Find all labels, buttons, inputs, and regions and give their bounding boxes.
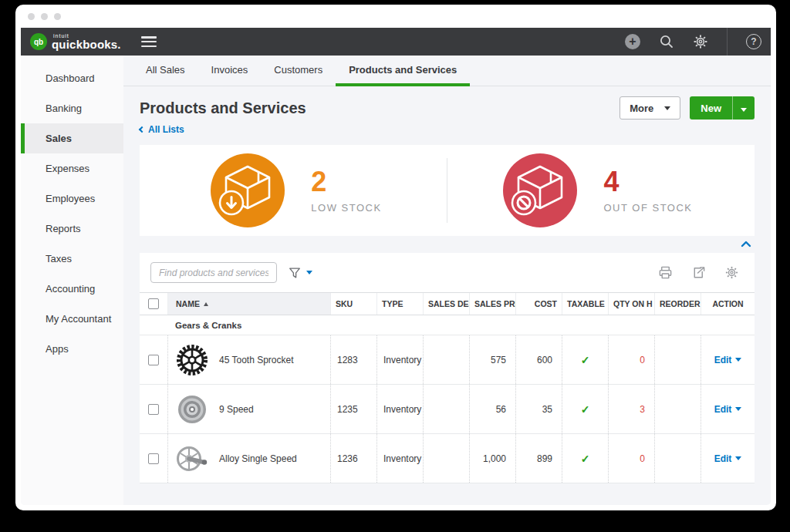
column-header-action[interactable]: ACTION bbox=[701, 293, 755, 315]
quickbooks-app: qb intuit quickbooks. + bbox=[21, 28, 771, 505]
sidebar-item-sales[interactable]: Sales bbox=[21, 123, 123, 153]
hamburger-menu-icon[interactable] bbox=[141, 36, 157, 47]
edit-button[interactable]: Edit bbox=[714, 404, 742, 415]
column-header-qty-on-hand[interactable]: QTY ON H bbox=[608, 293, 654, 315]
cell-type: Inventory bbox=[376, 434, 423, 483]
row-checkbox[interactable] bbox=[148, 404, 159, 415]
stock-summary-panel: 2 LOW STOCK bbox=[140, 145, 755, 236]
low-stock-label: LOW STOCK bbox=[311, 202, 381, 214]
out-of-stock-label: OUT OF STOCK bbox=[603, 202, 692, 214]
print-icon[interactable] bbox=[658, 265, 673, 280]
column-header-sku[interactable]: SKU bbox=[330, 293, 376, 315]
product-name[interactable]: Alloy Single Speed bbox=[219, 453, 297, 464]
sort-ascending-icon bbox=[204, 302, 208, 306]
tab-customers[interactable]: Customers bbox=[261, 56, 336, 86]
collapse-chevron-up-icon[interactable] bbox=[741, 241, 751, 247]
cell-sales-price: 575 bbox=[469, 335, 515, 384]
out-of-stock-stat[interactable]: 4 OUT OF STOCK bbox=[447, 153, 748, 227]
cell-qty-on-hand: 0 bbox=[608, 335, 654, 384]
table-row: 9 Speed 1235 Inventory 56 35 ✓ 3 bbox=[140, 385, 755, 434]
column-header-taxable[interactable]: TAXABLE bbox=[562, 293, 608, 315]
new-button[interactable]: New bbox=[690, 96, 755, 120]
more-button-label: More bbox=[630, 103, 653, 114]
product-image-cassette bbox=[174, 392, 210, 427]
column-header-type[interactable]: TYPE bbox=[376, 293, 423, 315]
cell-qty-on-hand: 3 bbox=[608, 385, 654, 433]
window-control-dot[interactable] bbox=[54, 13, 61, 20]
low-stock-stat[interactable]: 2 LOW STOCK bbox=[146, 153, 447, 227]
sidebar-item-banking[interactable]: Banking bbox=[21, 93, 123, 123]
cell-cost: 35 bbox=[515, 385, 562, 433]
all-lists-back-link[interactable]: All Lists bbox=[140, 124, 184, 135]
table-header-row: NAME SKU TYPE SALES DES SALES PRIC COST … bbox=[140, 292, 755, 315]
cell-type: Inventory bbox=[376, 335, 423, 384]
edit-button[interactable]: Edit bbox=[714, 453, 742, 464]
cell-sales-price: 56 bbox=[469, 385, 515, 433]
more-button[interactable]: More bbox=[620, 96, 680, 120]
table-row: 45 Tooth Sprocket 1283 Inventory 575 600… bbox=[140, 335, 755, 385]
column-header-name[interactable]: NAME bbox=[167, 293, 330, 315]
sidebar-item-taxes[interactable]: Taxes bbox=[21, 244, 123, 274]
cell-reorder bbox=[654, 385, 701, 433]
product-name[interactable]: 45 Tooth Sprocket bbox=[219, 355, 294, 365]
sidebar-item-reports[interactable]: Reports bbox=[21, 214, 123, 244]
tab-all-sales[interactable]: All Sales bbox=[133, 56, 198, 86]
cell-sku: 1235 bbox=[330, 385, 376, 433]
sidebar-item-my-accountant[interactable]: My Accountant bbox=[21, 304, 123, 334]
filter-funnel-icon bbox=[288, 266, 302, 280]
cell-reorder bbox=[654, 335, 701, 384]
table-settings-gear-icon[interactable] bbox=[724, 265, 739, 280]
sidebar-item-apps[interactable]: Apps bbox=[21, 334, 123, 364]
out-of-stock-count: 4 bbox=[603, 168, 692, 196]
cell-sku: 1283 bbox=[330, 335, 376, 384]
sidebar-nav: Dashboard Banking Sales Expenses Employe… bbox=[21, 56, 123, 505]
help-icon[interactable]: ? bbox=[746, 34, 761, 49]
row-checkbox[interactable] bbox=[148, 453, 159, 464]
caret-down-icon bbox=[741, 108, 747, 112]
column-header-sales-description[interactable]: SALES DES bbox=[423, 293, 469, 315]
create-plus-icon[interactable]: + bbox=[625, 34, 640, 49]
product-image-crank bbox=[174, 441, 210, 476]
cell-sales-description bbox=[423, 385, 469, 433]
tab-products-and-services[interactable]: Products and Services bbox=[336, 56, 470, 86]
edit-button[interactable]: Edit bbox=[714, 355, 742, 365]
window-control-dot[interactable] bbox=[28, 13, 35, 20]
chevron-left-icon bbox=[139, 126, 145, 133]
cell-sku: 1236 bbox=[330, 434, 376, 483]
sidebar-item-employees[interactable]: Employees bbox=[21, 184, 123, 214]
column-header-cost[interactable]: COST bbox=[515, 293, 562, 315]
search-icon[interactable] bbox=[659, 34, 674, 49]
search-input[interactable] bbox=[150, 262, 277, 283]
low-stock-box-icon bbox=[211, 153, 285, 227]
app-header: qb intuit quickbooks. + bbox=[21, 28, 771, 56]
tab-invoices[interactable]: Invoices bbox=[198, 56, 262, 86]
table-row: Alloy Single Speed 1236 Inventory 1,000 … bbox=[140, 434, 755, 483]
cell-reorder bbox=[654, 434, 701, 483]
products-table-card: NAME SKU TYPE SALES DES SALES PRIC COST … bbox=[140, 253, 755, 483]
caret-down-icon bbox=[735, 407, 741, 411]
sidebar-item-dashboard[interactable]: Dashboard bbox=[21, 63, 123, 93]
cell-cost: 899 bbox=[515, 434, 562, 483]
taxable-check-icon: ✓ bbox=[581, 354, 590, 366]
sidebar-item-accounting[interactable]: Accounting bbox=[21, 274, 123, 304]
column-header-sales-price[interactable]: SALES PRIC bbox=[469, 293, 515, 315]
filter-button[interactable] bbox=[288, 266, 312, 280]
select-all-checkbox[interactable] bbox=[148, 298, 159, 309]
row-checkbox[interactable] bbox=[148, 355, 159, 365]
export-icon[interactable] bbox=[691, 265, 706, 280]
window-control-dot[interactable] bbox=[41, 13, 48, 20]
settings-gear-icon[interactable] bbox=[693, 34, 708, 49]
page-title: Products and Services bbox=[140, 99, 306, 117]
product-name[interactable]: 9 Speed bbox=[219, 404, 254, 415]
product-image-sprocket bbox=[174, 342, 210, 378]
quickbooks-label: quickbooks. bbox=[52, 38, 121, 51]
category-group-label: Gears & Cranks bbox=[167, 315, 330, 335]
taxable-check-icon: ✓ bbox=[581, 403, 590, 416]
column-header-reorder[interactable]: REORDER bbox=[654, 293, 701, 315]
browser-window: qb intuit quickbooks. + bbox=[15, 5, 776, 510]
out-of-stock-box-icon bbox=[503, 153, 577, 227]
taxable-check-icon: ✓ bbox=[581, 453, 590, 465]
sidebar-item-expenses[interactable]: Expenses bbox=[21, 153, 123, 184]
cell-sales-description bbox=[423, 335, 469, 384]
caret-down-icon bbox=[664, 106, 670, 110]
